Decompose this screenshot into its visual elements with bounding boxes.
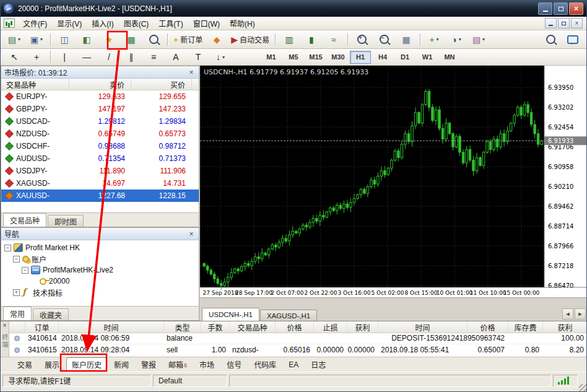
tab-experts[interactable]: EA [283,359,304,371]
chart-bars-button[interactable]: ▥ [279,32,300,47]
chart-candles-button[interactable]: ▮ [301,32,322,47]
tab-news[interactable]: 新闻 [108,357,134,372]
zoom-out-button[interactable]: − [373,32,394,47]
menu-insert[interactable]: 插入(I) [87,16,118,30]
collapse-icon[interactable]: − [22,267,28,274]
mdi-minimize-button[interactable] [545,18,557,28]
nav-node[interactable]: −Profit Market HK [1,242,199,253]
tab-market[interactable]: 市场 [194,357,220,372]
column-symbol[interactable]: 交易品种 [1,79,69,90]
market-watch-row[interactable]: EURJPY-129.633129.655 [1,90,199,103]
col-tp[interactable]: 获利 [347,321,378,333]
vertical-line-button[interactable]: | [54,50,75,64]
crosshair-button[interactable]: + [26,50,47,64]
arrows-button[interactable]: ↓▾ [210,50,231,64]
market-watch-tab[interactable]: 即时图 [48,215,84,227]
tab-mailbox[interactable]: 邮箱6 [163,357,193,372]
indicators-button[interactable]: +▾ [424,32,445,47]
profiles-button[interactable]: ▣▾ [26,32,47,47]
market-watch-row[interactable]: GBPJPY-147.197147.233 [1,103,199,115]
new-order-button[interactable]: +新订单 [171,32,205,47]
mdi-close-button[interactable]: × [571,18,583,28]
autotrading-button[interactable]: ▶自动交易 [228,32,272,47]
tab-signals[interactable]: 信号 [221,357,247,372]
market-watch-row[interactable]: XAGUSD-14.69714.731 [1,177,199,189]
minimize-button[interactable] [538,2,552,15]
history-row[interactable]: 34106152018.09.14 09:28:04sell1.00nzdusd… [9,344,587,356]
terminal-button[interactable]: ▦ [121,32,142,47]
col-price[interactable]: 价格 [276,321,314,333]
navigator-button[interactable]: ★ [98,32,120,47]
market-watch-row[interactable]: USDJPY-111.890111.906 [1,165,199,177]
col-close-time[interactable]: 时间 [378,321,467,333]
zoom-in-button[interactable]: + [351,32,372,47]
nav-node[interactable]: 20000 [1,276,199,287]
menu-file[interactable]: 文件(F) [18,16,52,30]
menu-window[interactable]: 窗口(W) [188,16,225,30]
market-watch-close-button[interactable]: × [187,68,196,77]
col-order[interactable]: 订单 [25,321,59,333]
col-sl[interactable]: 止损 [314,321,347,333]
market-watch-row[interactable]: AUDUSD-0.713540.71373 [1,152,199,165]
col-type[interactable]: 类型 [164,321,201,333]
market-watch-row[interactable]: XAUUSD-1227.681228.15 [1,189,199,202]
timeframe-h1-button[interactable]: H1 [350,51,371,64]
templates-button[interactable]: ▤▾ [468,32,489,47]
text-label-button[interactable]: T [188,50,209,64]
new-chart-button[interactable]: ▤▾ [4,32,25,47]
chart-line-button[interactable]: ≈ [323,32,344,47]
timeframe-m5-button[interactable]: M5 [283,51,304,64]
status-profile[interactable]: Default [153,375,227,387]
collapse-icon[interactable]: − [4,245,11,251]
tile-windows-button[interactable]: ▦ [396,32,417,47]
col-swap[interactable]: 库存费 [508,321,543,333]
periods-button[interactable]: ◑▾ [446,32,467,47]
search-button[interactable] [540,32,561,47]
market-watch-row[interactable]: USDCHF-0.986880.98712 [1,140,199,152]
collapse-icon[interactable]: − [13,256,20,263]
tab-exposure[interactable]: 展示 [39,357,65,372]
market-watch-row[interactable]: USDCAD-1.298121.29834 [1,115,199,128]
col-profit[interactable]: 获利 [543,321,587,333]
col-close-price[interactable]: 价格 [467,321,508,333]
timeframe-m1-button[interactable]: M1 [261,51,282,64]
tab-journal[interactable]: 日志 [305,357,331,372]
navigator-tab[interactable]: 收藏夹 [33,308,69,320]
chart-tab[interactable]: USDCNH-,H1 [202,308,259,321]
tab-trade[interactable]: 交易 [12,357,38,372]
chart-tab[interactable]: XAGUSD-,H1 [260,310,317,321]
col-symbol[interactable]: 交易品种 [230,321,276,333]
mdi-restore-button[interactable] [558,18,570,28]
menu-view[interactable]: 显示(V) [52,16,87,30]
tab-code-base[interactable]: 代码库 [248,357,282,372]
timeframe-h4-button[interactable]: H4 [372,51,393,64]
restore-button[interactable] [554,2,568,15]
nav-node[interactable]: −账户 [1,253,199,264]
strategy-tester-button[interactable] [143,32,164,47]
expand-icon[interactable]: + [13,289,20,296]
trendline-button[interactable]: / [98,50,120,64]
chart-tab-scroll-left-button[interactable]: ◄ [562,308,573,320]
close-button[interactable]: × [569,2,583,15]
column-bid[interactable]: 卖价 [69,79,131,90]
timeframe-mn-button[interactable]: MN [439,51,460,64]
market-watch-row[interactable]: NZDUSD-0.657490.65773 [1,128,199,140]
cursor-button[interactable]: ↖ [4,50,25,64]
chart-tab-scroll-right-button[interactable]: ► [575,308,586,320]
navigator-close-button[interactable]: × [187,230,196,238]
price-chart[interactable]: 27 Sep 201828 Sep 17:002 Oct 07:002 Oct … [200,66,587,297]
market-watch-tab[interactable]: 交易品种 [3,213,46,227]
chart-system-menu-icon[interactable] [4,19,15,28]
chat-button[interactable] [562,32,583,47]
menu-help[interactable]: 帮助(H) [225,16,260,30]
fibonacci-button[interactable]: ≡ [143,50,164,64]
menu-charts[interactable]: 图表(C) [119,16,154,30]
nav-node[interactable]: −ProfitMarketHK-Live2 [1,264,199,276]
market-watch-button[interactable]: ◫ [54,32,75,47]
col-open-time[interactable]: 时间 [59,321,164,333]
column-ask[interactable]: 买价 [131,79,192,90]
equidistant-channel-button[interactable]: ∥ [121,50,142,64]
timeframe-w1-button[interactable]: W1 [417,51,438,64]
timeframe-m15-button[interactable]: M15 [305,51,326,64]
horizontal-line-button[interactable]: — [76,50,97,64]
